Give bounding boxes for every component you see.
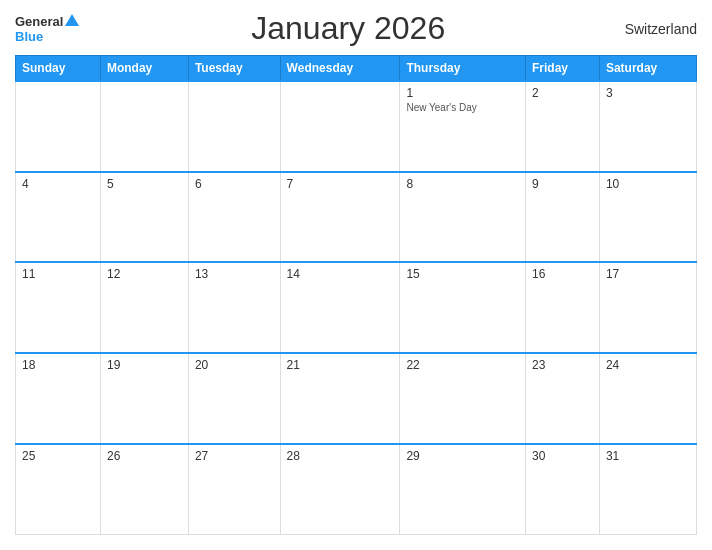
- day-number: 7: [287, 177, 394, 191]
- calendar-cell: 4: [16, 172, 101, 263]
- day-number: 20: [195, 358, 274, 372]
- day-number: 23: [532, 358, 593, 372]
- calendar-cell: [280, 81, 400, 172]
- day-number: 10: [606, 177, 690, 191]
- calendar-table: SundayMondayTuesdayWednesdayThursdayFrid…: [15, 55, 697, 535]
- day-number: 2: [532, 86, 593, 100]
- day-number: 14: [287, 267, 394, 281]
- holiday-label: New Year's Day: [406, 102, 519, 113]
- calendar-cell: 25: [16, 444, 101, 535]
- day-number: 18: [22, 358, 94, 372]
- day-number: 6: [195, 177, 274, 191]
- day-number: 17: [606, 267, 690, 281]
- calendar-cell: [188, 81, 280, 172]
- calendar-cell: 1New Year's Day: [400, 81, 526, 172]
- calendar-cell: 3: [599, 81, 696, 172]
- calendar-cell: 7: [280, 172, 400, 263]
- day-number: 3: [606, 86, 690, 100]
- country-label: Switzerland: [617, 21, 697, 37]
- day-number: 31: [606, 449, 690, 463]
- day-number: 9: [532, 177, 593, 191]
- day-number: 27: [195, 449, 274, 463]
- day-number: 11: [22, 267, 94, 281]
- day-header-saturday: Saturday: [599, 56, 696, 82]
- day-number: 19: [107, 358, 182, 372]
- calendar-cell: 10: [599, 172, 696, 263]
- day-number: 26: [107, 449, 182, 463]
- calendar-cell: 24: [599, 353, 696, 444]
- calendar-cell: 23: [526, 353, 600, 444]
- week-row-5: 25262728293031: [16, 444, 697, 535]
- calendar-cell: 13: [188, 262, 280, 353]
- calendar-cell: 5: [100, 172, 188, 263]
- calendar-title: January 2026: [79, 10, 617, 47]
- week-row-4: 18192021222324: [16, 353, 697, 444]
- calendar-cell: 20: [188, 353, 280, 444]
- calendar-cell: 28: [280, 444, 400, 535]
- calendar-cell: 8: [400, 172, 526, 263]
- calendar-cell: 11: [16, 262, 101, 353]
- logo-blue-text: Blue: [15, 29, 43, 44]
- day-number: 25: [22, 449, 94, 463]
- calendar-cell: 17: [599, 262, 696, 353]
- day-number: 28: [287, 449, 394, 463]
- day-number: 21: [287, 358, 394, 372]
- day-number: 15: [406, 267, 519, 281]
- day-number: 13: [195, 267, 274, 281]
- day-header-wednesday: Wednesday: [280, 56, 400, 82]
- day-header-thursday: Thursday: [400, 56, 526, 82]
- logo-general-text: General: [15, 14, 63, 29]
- calendar-cell: [16, 81, 101, 172]
- week-row-2: 45678910: [16, 172, 697, 263]
- day-header-tuesday: Tuesday: [188, 56, 280, 82]
- logo-triangle-icon: [65, 14, 79, 26]
- calendar-cell: 6: [188, 172, 280, 263]
- day-number: 22: [406, 358, 519, 372]
- calendar-cell: 26: [100, 444, 188, 535]
- calendar-cell: 30: [526, 444, 600, 535]
- day-number: 12: [107, 267, 182, 281]
- calendar-cell: 31: [599, 444, 696, 535]
- day-number: 16: [532, 267, 593, 281]
- day-number: 8: [406, 177, 519, 191]
- calendar-cell: 12: [100, 262, 188, 353]
- calendar-cell: 21: [280, 353, 400, 444]
- calendar-cell: 2: [526, 81, 600, 172]
- day-header-monday: Monday: [100, 56, 188, 82]
- calendar-cell: 29: [400, 444, 526, 535]
- week-row-3: 11121314151617: [16, 262, 697, 353]
- calendar-cell: 9: [526, 172, 600, 263]
- logo: General Blue: [15, 14, 79, 44]
- day-number: 30: [532, 449, 593, 463]
- day-number: 4: [22, 177, 94, 191]
- calendar-cell: 16: [526, 262, 600, 353]
- calendar-cell: 27: [188, 444, 280, 535]
- day-header-friday: Friday: [526, 56, 600, 82]
- calendar-cell: 14: [280, 262, 400, 353]
- day-number: 1: [406, 86, 519, 100]
- week-row-1: 1New Year's Day23: [16, 81, 697, 172]
- day-number: 24: [606, 358, 690, 372]
- calendar-cell: 15: [400, 262, 526, 353]
- day-header-sunday: Sunday: [16, 56, 101, 82]
- calendar-cell: [100, 81, 188, 172]
- calendar-cell: 19: [100, 353, 188, 444]
- calendar-header: General Blue January 2026 Switzerland: [15, 10, 697, 47]
- day-number: 5: [107, 177, 182, 191]
- calendar-cell: 18: [16, 353, 101, 444]
- days-header-row: SundayMondayTuesdayWednesdayThursdayFrid…: [16, 56, 697, 82]
- day-number: 29: [406, 449, 519, 463]
- calendar-cell: 22: [400, 353, 526, 444]
